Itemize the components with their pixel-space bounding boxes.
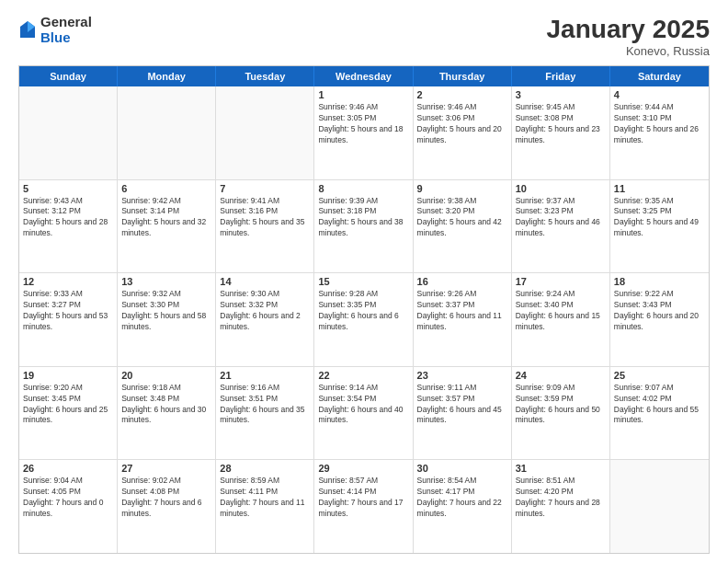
weekday-header: Thursday <box>414 66 512 86</box>
cell-info: Sunrise: 9:44 AMSunset: 3:10 PMDaylight:… <box>614 102 705 146</box>
weekday-header: Saturday <box>610 66 709 86</box>
logo: General Blue <box>18 15 92 45</box>
cell-info: Sunrise: 9:14 AMSunset: 3:54 PMDaylight:… <box>318 383 408 427</box>
calendar-cell: 24Sunrise: 9:09 AMSunset: 3:59 PMDayligh… <box>512 367 610 460</box>
day-number: 10 <box>516 183 606 194</box>
day-number: 8 <box>318 183 408 194</box>
calendar-week-row: 1Sunrise: 9:46 AMSunset: 3:05 PMDaylight… <box>19 86 709 180</box>
calendar-cell: 3Sunrise: 9:45 AMSunset: 3:08 PMDaylight… <box>512 86 610 179</box>
day-number: 28 <box>220 463 310 474</box>
calendar-cell: 15Sunrise: 9:28 AMSunset: 3:35 PMDayligh… <box>314 273 413 366</box>
page-header: General Blue January 2025 Konevo, Russia <box>18 15 710 58</box>
cell-info: Sunrise: 9:26 AMSunset: 3:37 PMDaylight:… <box>417 289 507 333</box>
cell-info: Sunrise: 9:07 AMSunset: 4:02 PMDaylight:… <box>614 383 705 427</box>
calendar-cell: 13Sunrise: 9:32 AMSunset: 3:30 PMDayligh… <box>118 273 216 366</box>
calendar-cell: 19Sunrise: 9:20 AMSunset: 3:45 PMDayligh… <box>19 367 118 460</box>
day-number: 25 <box>614 370 705 381</box>
cell-info: Sunrise: 9:46 AMSunset: 3:05 PMDaylight:… <box>318 102 408 146</box>
day-number: 29 <box>318 463 408 474</box>
day-number: 22 <box>318 370 408 381</box>
day-number: 26 <box>23 463 113 474</box>
calendar-cell: 2Sunrise: 9:46 AMSunset: 3:06 PMDaylight… <box>414 86 512 179</box>
calendar-cell: 27Sunrise: 9:02 AMSunset: 4:08 PMDayligh… <box>118 460 216 553</box>
day-number: 11 <box>614 183 705 194</box>
day-number: 21 <box>220 370 310 381</box>
cell-info: Sunrise: 9:46 AMSunset: 3:06 PMDaylight:… <box>417 102 507 146</box>
calendar-cell: 23Sunrise: 9:11 AMSunset: 3:57 PMDayligh… <box>414 367 512 460</box>
day-number: 15 <box>318 276 408 287</box>
calendar-cell <box>19 86 118 179</box>
day-number: 9 <box>417 183 507 194</box>
cell-info: Sunrise: 8:51 AMSunset: 4:20 PMDaylight:… <box>516 476 606 520</box>
day-number: 19 <box>23 370 113 381</box>
day-number: 6 <box>121 183 211 194</box>
calendar-cell: 5Sunrise: 9:43 AMSunset: 3:12 PMDaylight… <box>19 180 118 273</box>
calendar-cell: 9Sunrise: 9:38 AMSunset: 3:20 PMDaylight… <box>414 180 512 273</box>
cell-info: Sunrise: 9:30 AMSunset: 3:32 PMDaylight:… <box>220 289 310 333</box>
location: Konevo, Russia <box>547 44 710 58</box>
calendar-cell <box>118 86 216 179</box>
calendar-cell: 8Sunrise: 9:39 AMSunset: 3:18 PMDaylight… <box>314 180 413 273</box>
calendar-cell: 17Sunrise: 9:24 AMSunset: 3:40 PMDayligh… <box>512 273 610 366</box>
cell-info: Sunrise: 9:24 AMSunset: 3:40 PMDaylight:… <box>516 289 606 333</box>
month-title: January 2025 <box>547 15 710 44</box>
cell-info: Sunrise: 9:09 AMSunset: 3:59 PMDaylight:… <box>516 383 606 427</box>
day-number: 7 <box>220 183 310 194</box>
calendar-week-row: 12Sunrise: 9:33 AMSunset: 3:27 PMDayligh… <box>19 273 709 367</box>
calendar-cell: 22Sunrise: 9:14 AMSunset: 3:54 PMDayligh… <box>314 367 413 460</box>
day-number: 27 <box>121 463 211 474</box>
day-number: 16 <box>417 276 507 287</box>
calendar-week-row: 19Sunrise: 9:20 AMSunset: 3:45 PMDayligh… <box>19 367 709 461</box>
day-number: 2 <box>417 89 507 100</box>
calendar-cell: 30Sunrise: 8:54 AMSunset: 4:17 PMDayligh… <box>414 460 512 553</box>
calendar-week-row: 5Sunrise: 9:43 AMSunset: 3:12 PMDaylight… <box>19 180 709 274</box>
calendar-cell: 20Sunrise: 9:18 AMSunset: 3:48 PMDayligh… <box>118 367 216 460</box>
cell-info: Sunrise: 9:22 AMSunset: 3:43 PMDaylight:… <box>614 289 705 333</box>
cell-info: Sunrise: 9:42 AMSunset: 3:14 PMDaylight:… <box>121 196 211 240</box>
calendar-cell: 31Sunrise: 8:51 AMSunset: 4:20 PMDayligh… <box>512 460 610 553</box>
day-number: 20 <box>121 370 211 381</box>
cell-info: Sunrise: 8:57 AMSunset: 4:14 PMDaylight:… <box>318 476 408 520</box>
day-number: 14 <box>220 276 310 287</box>
calendar-cell: 26Sunrise: 9:04 AMSunset: 4:05 PMDayligh… <box>19 460 118 553</box>
title-block: January 2025 Konevo, Russia <box>547 15 710 58</box>
weekday-header: Friday <box>512 66 610 86</box>
cell-info: Sunrise: 9:16 AMSunset: 3:51 PMDaylight:… <box>220 383 310 427</box>
calendar-cell <box>216 86 314 179</box>
calendar-week-row: 26Sunrise: 9:04 AMSunset: 4:05 PMDayligh… <box>19 460 709 553</box>
cell-info: Sunrise: 9:18 AMSunset: 3:48 PMDaylight:… <box>121 383 211 427</box>
calendar-body: 1Sunrise: 9:46 AMSunset: 3:05 PMDaylight… <box>19 86 709 553</box>
day-number: 23 <box>417 370 507 381</box>
calendar-cell: 25Sunrise: 9:07 AMSunset: 4:02 PMDayligh… <box>610 367 709 460</box>
weekday-header: Wednesday <box>314 66 413 86</box>
cell-info: Sunrise: 9:37 AMSunset: 3:23 PMDaylight:… <box>516 196 606 240</box>
calendar-cell: 21Sunrise: 9:16 AMSunset: 3:51 PMDayligh… <box>216 367 314 460</box>
day-number: 18 <box>614 276 705 287</box>
day-number: 1 <box>318 89 408 100</box>
calendar-cell: 10Sunrise: 9:37 AMSunset: 3:23 PMDayligh… <box>512 180 610 273</box>
cell-info: Sunrise: 9:04 AMSunset: 4:05 PMDaylight:… <box>23 476 113 520</box>
calendar-cell <box>610 460 709 553</box>
cell-info: Sunrise: 9:38 AMSunset: 3:20 PMDaylight:… <box>417 196 507 240</box>
logo-icon <box>18 19 37 41</box>
cell-info: Sunrise: 9:28 AMSunset: 3:35 PMDaylight:… <box>318 289 408 333</box>
calendar-cell: 4Sunrise: 9:44 AMSunset: 3:10 PMDaylight… <box>610 86 709 179</box>
weekday-header: Tuesday <box>216 66 314 86</box>
day-number: 4 <box>614 89 705 100</box>
calendar-cell: 11Sunrise: 9:35 AMSunset: 3:25 PMDayligh… <box>610 180 709 273</box>
calendar-cell: 16Sunrise: 9:26 AMSunset: 3:37 PMDayligh… <box>414 273 512 366</box>
day-number: 30 <box>417 463 507 474</box>
cell-info: Sunrise: 9:32 AMSunset: 3:30 PMDaylight:… <box>121 289 211 333</box>
cell-info: Sunrise: 9:43 AMSunset: 3:12 PMDaylight:… <box>23 196 113 240</box>
cell-info: Sunrise: 9:45 AMSunset: 3:08 PMDaylight:… <box>516 102 606 146</box>
calendar-cell: 28Sunrise: 8:59 AMSunset: 4:11 PMDayligh… <box>216 460 314 553</box>
calendar: SundayMondayTuesdayWednesdayThursdayFrid… <box>18 65 710 554</box>
cell-info: Sunrise: 9:11 AMSunset: 3:57 PMDaylight:… <box>417 383 507 427</box>
calendar-cell: 29Sunrise: 8:57 AMSunset: 4:14 PMDayligh… <box>314 460 413 553</box>
day-number: 24 <box>516 370 606 381</box>
calendar-cell: 14Sunrise: 9:30 AMSunset: 3:32 PMDayligh… <box>216 273 314 366</box>
cell-info: Sunrise: 9:35 AMSunset: 3:25 PMDaylight:… <box>614 196 705 240</box>
day-number: 13 <box>121 276 211 287</box>
cell-info: Sunrise: 8:54 AMSunset: 4:17 PMDaylight:… <box>417 476 507 520</box>
day-number: 12 <box>23 276 113 287</box>
